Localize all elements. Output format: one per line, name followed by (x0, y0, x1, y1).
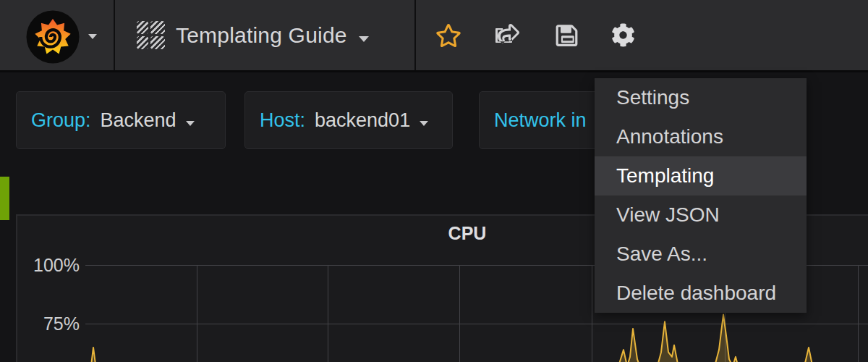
menu-item-settings[interactable]: Settings (595, 78, 807, 117)
gear-icon[interactable] (607, 0, 639, 70)
variable-label: Network in (494, 109, 587, 132)
variable-label: Host: (260, 109, 305, 132)
menu-item-templating[interactable]: Templating (595, 156, 807, 195)
variable-dropdown-host[interactable]: Host: backend01 (244, 91, 453, 149)
variable-value: backend01 (315, 109, 410, 132)
logo-section (0, 0, 115, 70)
menu-item-save-as[interactable]: Save As... (595, 235, 807, 274)
variable-label: Group: (31, 109, 91, 132)
menu-item-view-json[interactable]: View JSON (595, 195, 807, 235)
share-icon[interactable] (490, 0, 522, 70)
dashboard-grid-icon (137, 21, 165, 49)
variable-dropdown-group[interactable]: Group: Backend (16, 91, 226, 149)
top-navbar: Templating Guide (0, 0, 868, 72)
chevron-down-icon (359, 36, 369, 42)
chevron-down-icon (186, 121, 195, 126)
y-axis-tick: 75% (20, 313, 80, 334)
save-icon[interactable] (550, 0, 582, 70)
variable-value: Backend (101, 109, 176, 132)
grafana-dashboard: Templating Guide Group: Backend Host: ba… (0, 0, 868, 362)
y-axis-tick: 100% (20, 255, 80, 276)
row-handle-bar[interactable] (0, 177, 9, 220)
chevron-down-icon (88, 34, 97, 39)
settings-dropdown-menu: Settings Annotations Templating View JSO… (595, 78, 807, 313)
menu-item-annotations[interactable]: Annotations (595, 117, 807, 156)
star-icon[interactable] (433, 0, 464, 70)
dashboard-title: Templating Guide (176, 23, 347, 48)
chevron-down-icon (420, 121, 428, 126)
menu-item-delete-dashboard[interactable]: Delete dashboard (595, 274, 807, 313)
panel-title[interactable]: CPU (448, 223, 487, 244)
dashboard-title-dropdown[interactable]: Templating Guide (115, 0, 416, 70)
grafana-logo[interactable] (25, 9, 80, 64)
